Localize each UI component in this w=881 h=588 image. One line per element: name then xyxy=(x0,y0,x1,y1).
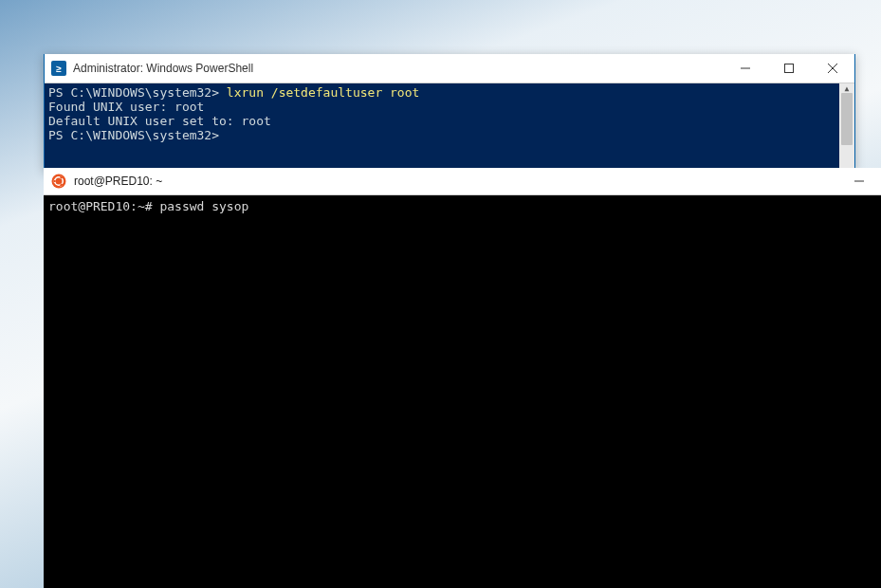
ps-command-1: lxrun /setdefaultuser root xyxy=(227,85,420,100)
scroll-up-icon[interactable]: ▲ xyxy=(839,83,854,93)
maximize-button[interactable] xyxy=(767,54,811,83)
powershell-title: Administrator: Windows PowerShell xyxy=(73,62,253,75)
bash-title: root@PRED10: ~ xyxy=(74,175,162,188)
maximize-icon xyxy=(784,64,794,73)
bash-titlebar[interactable]: root@PRED10: ~ xyxy=(44,168,881,195)
minimize-icon xyxy=(741,64,750,73)
close-icon xyxy=(828,64,837,73)
powershell-titlebar[interactable]: ≥ Administrator: Windows PowerShell xyxy=(45,54,854,83)
minimize-button[interactable] xyxy=(837,167,881,195)
minimize-icon xyxy=(854,176,864,186)
desktop: ≥ Administrator: Windows PowerShell PS C… xyxy=(0,0,881,588)
powershell-window[interactable]: ≥ Administrator: Windows PowerShell PS C… xyxy=(44,54,855,171)
bash-prompt: root@PRED10:~# xyxy=(48,199,153,213)
ps-prompt-2: PS C:\WINDOWS\system32> xyxy=(48,128,219,142)
svg-rect-1 xyxy=(785,64,794,73)
scrollbar-thumb[interactable] xyxy=(841,93,853,145)
ps-output-line-2: Found UNIX user: root xyxy=(48,100,204,114)
bash-window[interactable]: root@PRED10: ~ root@PRED10:~# passwd sys… xyxy=(44,168,881,588)
scrollbar[interactable]: ▲ ▼ xyxy=(839,83,854,173)
powershell-body[interactable]: PS C:\WINDOWS\system32> lxrun /setdefaul… xyxy=(45,83,854,173)
ubuntu-icon xyxy=(51,174,66,189)
bash-command: passwd sysop xyxy=(159,199,248,213)
close-button[interactable] xyxy=(811,54,854,83)
svg-rect-9 xyxy=(53,180,56,182)
powershell-icon: ≥ xyxy=(51,61,66,76)
ps-prompt-1: PS C:\WINDOWS\system32> xyxy=(48,85,219,100)
ps-output-line-3: Default UNIX user set to: root xyxy=(48,114,271,128)
minimize-button[interactable] xyxy=(724,54,767,83)
bash-body[interactable]: root@PRED10:~# passwd sysop xyxy=(44,195,881,588)
